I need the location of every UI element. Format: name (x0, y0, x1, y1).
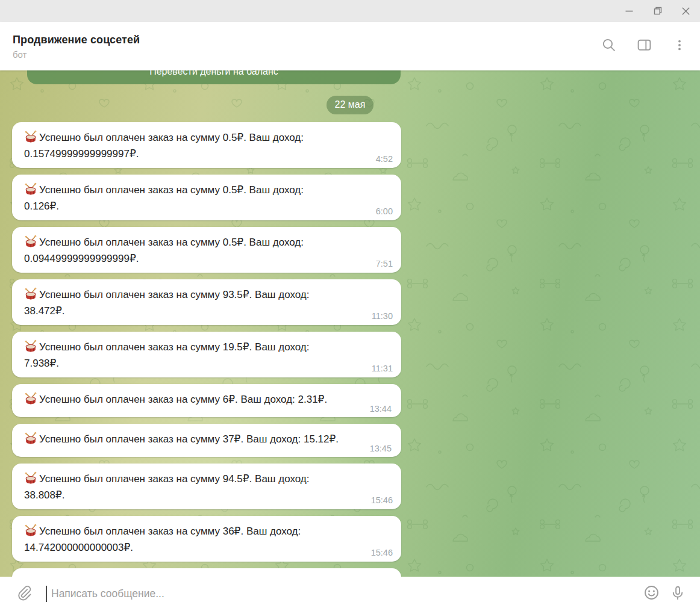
drum-emoji-icon (24, 182, 37, 196)
message-bubble: Успешно был оплачен заказ на сумму 6₽. В… (12, 384, 401, 417)
message-line: Успешно был оплачен заказ на сумму 0.5₽.… (39, 132, 304, 143)
menu-button[interactable] (667, 34, 692, 58)
message-bubble: Успешно был оплачен заказ на сумму 94.5₽… (12, 464, 401, 509)
message-time: 15:46 (371, 495, 393, 505)
message-time: 11:31 (372, 364, 393, 373)
message-time: 4:52 (376, 154, 393, 164)
sidebar-toggle-icon (637, 37, 652, 55)
text-caret (46, 586, 47, 602)
voice-button[interactable] (666, 583, 689, 606)
message-line: Успешно был оплачен заказ на сумму 94.5₽… (39, 473, 309, 485)
message-line: 38.472₽. (24, 305, 65, 317)
drum-emoji-icon (24, 340, 37, 353)
smiley-icon (643, 585, 660, 603)
drum-emoji-icon (24, 235, 37, 248)
close-icon (682, 7, 690, 15)
message-line: 0.126₽. (24, 200, 59, 212)
peer-info[interactable]: Продвижение соцсетей бот (13, 33, 596, 60)
drum-emoji-icon (24, 471, 37, 485)
peer-title: Продвижение соцсетей (13, 34, 596, 46)
restore-button[interactable] (643, 0, 672, 22)
message-bubble: Успешно был оплачен заказ на сумму 93.5₽… (12, 279, 401, 325)
drum-emoji-icon (24, 130, 37, 143)
message-line: Успешно был оплачен заказ на сумму 0.5₽.… (39, 184, 304, 196)
message-text: Успешно был оплачен заказ на сумму 36₽. … (24, 523, 392, 556)
message-text: Успешно был оплачен заказ на сумму 93.5₽… (24, 287, 392, 319)
message-line: 0.09449999999999999₽. (24, 253, 139, 264)
message-line: Успешно был оплачен заказ на сумму 93.5₽… (39, 289, 309, 300)
chat-area: Перевести деньги на баланс 22 мая Успешн… (0, 70, 700, 577)
message-bubble: Успешно был оплачен заказ на сумму 0.5₽.… (12, 175, 401, 220)
message-line: 14.742000000000003₽. (24, 542, 133, 553)
message-line: Успешно был оплачен заказ на сумму 37₽. … (39, 433, 339, 445)
search-icon (601, 37, 616, 55)
chat-header: Продвижение соцсетей бот (0, 22, 700, 70)
search-button[interactable] (596, 34, 620, 58)
message-time: 15:46 (371, 548, 393, 557)
header-actions (596, 34, 692, 58)
message-text: Успешно был оплачен заказ на сумму 0.5₽.… (24, 182, 392, 214)
message-text: Успешно был оплачен заказ на сумму 0.5₽.… (24, 234, 392, 267)
message-bubble: Успешно был оплачен заказ на сумму 0.5₽.… (12, 227, 401, 273)
date-badge: 22 мая (327, 96, 374, 114)
message-time: 6:00 (376, 206, 393, 216)
sidebar-toggle-button[interactable] (632, 34, 656, 58)
message-time: 11:30 (372, 311, 393, 321)
drum-emoji-icon (24, 524, 37, 537)
minimize-icon (625, 7, 633, 15)
title-bar (0, 0, 700, 22)
message-line: Успешно был оплачен заказ на сумму 36₽. … (39, 526, 301, 537)
message-bubble: Успешно был оплачен заказ на сумму 37₽. … (12, 424, 401, 457)
partial-message-bubble (12, 568, 401, 577)
message-bubble: Успешно был оплачен заказ на сумму 36₽. … (12, 516, 401, 562)
message-line: 0.15749999999999997₽. (24, 148, 139, 160)
message-list: Успешно был оплачен заказ на сумму 0.5₽.… (0, 122, 700, 577)
paperclip-icon (16, 585, 32, 603)
drum-emoji-icon (24, 287, 37, 300)
vertical-dots-icon (673, 39, 686, 54)
microphone-icon (670, 585, 686, 603)
minimize-button[interactable] (615, 0, 643, 22)
date-badge-row: 22 мая (0, 96, 700, 114)
restore-icon (654, 7, 662, 15)
message-line: Успешно был оплачен заказ на сумму 6₽. В… (39, 394, 327, 405)
close-button[interactable] (672, 0, 700, 22)
message-bubble: Успешно был оплачен заказ на сумму 0.5₽.… (12, 122, 401, 168)
message-line: 7.938₽. (24, 358, 59, 369)
message-line: 38.808₽. (24, 489, 65, 501)
message-text: Успешно был оплачен заказ на сумму 0.5₽.… (24, 129, 392, 162)
message-line: Успешно был оплачен заказ на сумму 19.5₽… (39, 341, 309, 353)
attach-button[interactable] (12, 583, 35, 606)
message-time: 7:51 (376, 259, 393, 268)
composer (0, 577, 700, 611)
peer-subtitle: бот (13, 49, 596, 60)
drum-emoji-icon (24, 392, 37, 405)
emoji-button[interactable] (640, 583, 663, 606)
inline-keyboard-button-transfer[interactable]: Перевести деньги на баланс (27, 70, 401, 84)
drum-emoji-icon (24, 432, 37, 445)
message-text: Успешно был оплачен заказ на сумму 19.5₽… (24, 339, 392, 371)
message-line: Успешно был оплачен заказ на сумму 0.5₽.… (39, 237, 304, 248)
message-bubble: Успешно был оплачен заказ на сумму 19.5₽… (12, 332, 401, 377)
message-text: Успешно был оплачен заказ на сумму 94.5₽… (24, 471, 392, 503)
message-text: Успешно был оплачен заказ на сумму 37₽. … (24, 431, 392, 447)
message-input[interactable] (51, 585, 636, 603)
